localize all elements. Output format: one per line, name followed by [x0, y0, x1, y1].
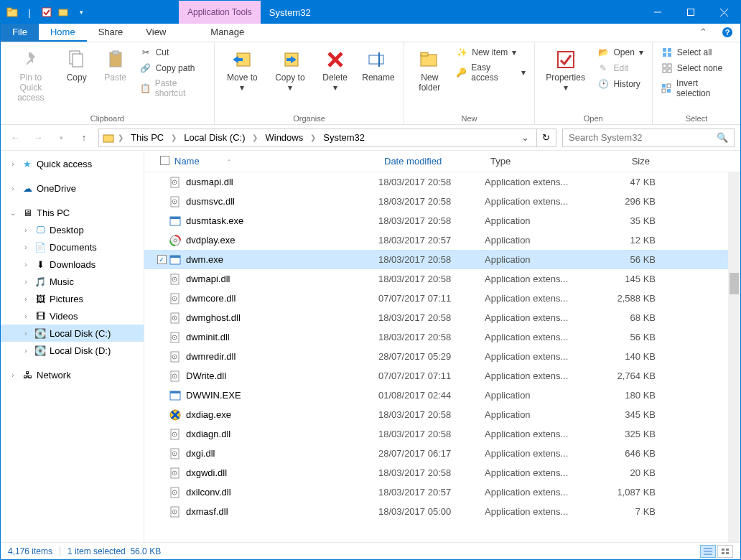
sidebar-item-disk-c[interactable]: ›💽Local Disk (C:) [1, 325, 144, 342]
sidebar-item-disk-d[interactable]: ›💽Local Disk (D:) [1, 342, 144, 359]
tab-view[interactable]: View [134, 24, 177, 42]
sidebar-item-downloads[interactable]: ›⬇Downloads [1, 256, 144, 273]
crumb-windows[interactable]: Windows [261, 131, 307, 144]
file-row[interactable]: DWWIN.EXE01/08/2017 02:44Application180 … [144, 386, 740, 405]
file-row[interactable]: ✓dwm.exe18/03/2017 20:58Application56 KB [144, 250, 740, 269]
up-button[interactable]: ↑ [75, 129, 93, 146]
open-button[interactable]: 📂Open ▾ [595, 45, 646, 60]
details-view-button[interactable] [700, 545, 716, 558]
properties-button[interactable]: Properties ▾ [541, 45, 591, 95]
forward-button[interactable]: → [29, 129, 47, 146]
crumb-thispc[interactable]: This PC [126, 131, 168, 144]
search-box[interactable]: 🔍 [562, 129, 735, 147]
search-input[interactable] [569, 132, 717, 143]
address-bar[interactable]: ❯ This PC ❯ Local Disk (C:) ❯ Windows ❯ … [98, 129, 537, 147]
chevron-right-icon[interactable]: ❯ [169, 134, 178, 141]
new-folder-qat-icon[interactable] [57, 5, 71, 19]
file-row[interactable]: dusmapi.dll18/03/2017 20:58Application e… [144, 172, 740, 192]
recent-locations-button[interactable]: ▾ [52, 129, 70, 146]
column-size[interactable]: Size [591, 151, 656, 171]
history-button[interactable]: 🕑History [595, 77, 646, 91]
sidebar-item-quick-access[interactable]: ›★Quick access [1, 155, 144, 172]
chevron-right-icon[interactable]: › [8, 185, 18, 192]
file-row[interactable]: dxgwdi.dll18/03/2017 20:58Application ex… [144, 463, 740, 482]
scrollbar-thumb[interactable] [730, 273, 739, 294]
copy-button[interactable]: Copy [60, 45, 94, 85]
tab-home[interactable]: Home [39, 24, 87, 42]
chevron-right-icon[interactable]: › [21, 330, 31, 337]
contextual-tab[interactable]: Application Tools [179, 1, 261, 24]
file-row[interactable]: dwmcore.dll07/07/2017 07:11Application e… [144, 289, 740, 308]
chevron-right-icon[interactable]: › [21, 261, 31, 269]
file-row[interactable]: dxgi.dll28/07/2017 06:17Application exte… [144, 444, 740, 463]
chevron-right-icon[interactable]: › [8, 160, 18, 168]
easy-access-button[interactable]: 🔑Easy access ▾ [453, 61, 528, 84]
search-icon[interactable]: 🔍 [717, 132, 728, 143]
tab-share[interactable]: Share [87, 24, 135, 42]
move-to-button[interactable]: Move to ▾ [220, 45, 264, 95]
chevron-right-icon[interactable]: › [21, 226, 31, 234]
help-icon[interactable]: ? [714, 24, 740, 42]
chevron-right-icon[interactable]: › [21, 243, 31, 251]
pin-to-quick-access-button[interactable]: Pin to Quick access [6, 45, 55, 106]
new-folder-button[interactable]: New folder [410, 45, 449, 95]
column-name[interactable]: Nameˆ [169, 151, 378, 171]
select-none-button[interactable]: Select none [658, 61, 735, 75]
chevron-right-icon[interactable]: ❯ [116, 134, 125, 141]
row-checkbox[interactable]: ✓ [154, 255, 169, 264]
file-list[interactable]: dusmapi.dll18/03/2017 20:58Application e… [144, 172, 740, 542]
sidebar-item-this-pc[interactable]: ⌄🖥This PC [1, 204, 144, 221]
file-row[interactable]: dvdplay.exe18/03/2017 20:57Application12… [144, 230, 740, 250]
select-all-checkbox[interactable] [154, 151, 169, 172]
file-row[interactable]: dwmredir.dll28/07/2017 05:29Application … [144, 347, 740, 366]
chevron-right-icon[interactable]: › [8, 371, 18, 379]
column-date[interactable]: Date modified [378, 151, 485, 171]
file-row[interactable]: DWrite.dll07/07/2017 07:11Application ex… [144, 366, 740, 386]
sidebar-item-documents[interactable]: ›📄Documents [1, 238, 144, 256]
sidebar-item-desktop[interactable]: ›🖵Desktop [1, 221, 144, 238]
select-all-button[interactable]: Select all [658, 45, 735, 60]
crumb-disk[interactable]: Local Disk (C:) [180, 131, 249, 144]
chevron-right-icon[interactable]: ❯ [251, 134, 259, 141]
cut-button[interactable]: ✂Cut [137, 45, 208, 60]
file-row[interactable]: dusmsvc.dll18/03/2017 20:58Application e… [144, 192, 740, 211]
close-button[interactable] [707, 1, 740, 24]
tab-manage[interactable]: Manage [199, 24, 256, 42]
edit-button[interactable]: ✎Edit [595, 61, 646, 75]
sidebar-item-network[interactable]: ›🖧Network [1, 366, 144, 383]
qat-dropdown-icon[interactable]: ▾ [74, 5, 88, 19]
sidebar-item-music[interactable]: ›🎵Music [1, 273, 144, 290]
chevron-right-icon[interactable]: › [21, 278, 31, 286]
properties-qat-icon[interactable] [39, 5, 54, 19]
invert-selection-button[interactable]: Invert selection [658, 77, 735, 100]
tab-file[interactable]: File [1, 24, 39, 42]
maximize-button[interactable] [674, 1, 707, 24]
chevron-down-icon[interactable]: ⌄ [8, 209, 18, 217]
chevron-right-icon[interactable]: › [21, 347, 31, 355]
sidebar-item-pictures[interactable]: ›🖼Pictures [1, 290, 144, 307]
paste-button[interactable]: Paste [98, 45, 133, 85]
chevron-right-icon[interactable]: ❯ [309, 134, 317, 141]
crumb-system32[interactable]: System32 [319, 131, 369, 144]
address-dropdown-icon[interactable]: ⌄ [517, 132, 533, 143]
file-row[interactable]: dxilconv.dll18/03/2017 20:57Application … [144, 482, 740, 502]
copy-to-button[interactable]: Copy to ▾ [269, 45, 312, 95]
delete-button[interactable]: Delete ▾ [316, 45, 355, 95]
sidebar-item-onedrive[interactable]: ›☁OneDrive [1, 179, 144, 197]
sidebar-item-videos[interactable]: ›🎞Videos [1, 307, 144, 325]
chevron-right-icon[interactable]: › [21, 295, 31, 303]
large-icons-view-button[interactable] [717, 545, 733, 558]
paste-shortcut-button[interactable]: 📋Paste shortcut [137, 77, 208, 100]
collapse-ribbon-icon[interactable]: ⌃ [692, 24, 714, 42]
file-row[interactable]: dxdiag.exe18/03/2017 20:58Application345… [144, 405, 740, 424]
file-row[interactable]: dwmghost.dll18/03/2017 20:58Application … [144, 308, 740, 327]
file-row[interactable]: dwminit.dll18/03/2017 20:58Application e… [144, 327, 740, 347]
rename-button[interactable]: Rename [358, 45, 398, 85]
chevron-right-icon[interactable]: › [21, 312, 31, 320]
minimize-button[interactable] [641, 1, 674, 24]
refresh-button[interactable]: ↻ [536, 129, 556, 147]
copy-path-button[interactable]: 🔗Copy path [137, 61, 208, 75]
scrollbar[interactable] [728, 172, 740, 542]
column-type[interactable]: Type [485, 151, 591, 171]
new-item-button[interactable]: ✨New item ▾ [453, 45, 528, 60]
